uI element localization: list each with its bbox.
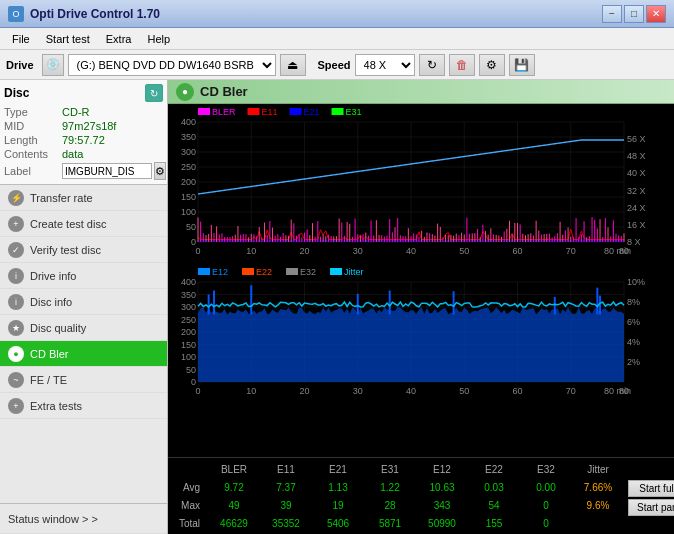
nav-icon-quality: ★ <box>8 320 24 336</box>
erase-button[interactable]: 🗑 <box>449 54 475 76</box>
stats-total-row: Total 46629 35352 5406 5871 50990 155 0 <box>168 514 624 532</box>
nav-drive-info[interactable]: i Drive info <box>0 263 167 289</box>
disc-label-label: Label <box>4 165 62 177</box>
drive-icon[interactable]: 💿 <box>42 54 64 76</box>
stats-max-row: Max 49 39 19 28 343 54 0 9.6% <box>168 496 624 514</box>
content-area: ● CD Bler BLER E11 E21 E31 E12 E22 E32 J… <box>168 80 674 534</box>
nav-label-verify: Verify test disc <box>30 244 101 256</box>
settings-button[interactable]: ⚙ <box>479 54 505 76</box>
total-e21: 5406 <box>312 518 364 529</box>
upper-chart <box>168 104 674 264</box>
menu-start-test[interactable]: Start test <box>38 31 98 47</box>
main-layout: Disc ↻ Type CD-R MID 97m27s18f Length 79… <box>0 80 674 534</box>
avg-jitter: 7.66% <box>572 482 624 493</box>
disc-type-value: CD-R <box>62 106 90 118</box>
close-button[interactable]: ✕ <box>646 5 666 23</box>
col-e22: E22 <box>468 464 520 475</box>
nav-icon-disc-info: i <box>8 294 24 310</box>
max-bler: 49 <box>208 500 260 511</box>
menu-extra[interactable]: Extra <box>98 31 140 47</box>
nav-items: ⚡ Transfer rate + Create test disc ✓ Ver… <box>0 185 167 503</box>
disc-length-label: Length <box>4 134 62 146</box>
disc-refresh-button[interactable]: ↻ <box>145 84 163 102</box>
disc-type-label: Type <box>4 106 62 118</box>
nav-label-fete: FE / TE <box>30 374 67 386</box>
stats-total-label: Total <box>168 518 208 529</box>
avg-e12: 10.63 <box>416 482 468 493</box>
avg-e11: 7.37 <box>260 482 312 493</box>
window-controls: − □ ✕ <box>602 5 666 23</box>
bler-icon: ● <box>176 83 194 101</box>
save-button[interactable]: 💾 <box>509 54 535 76</box>
col-e32: E32 <box>520 464 572 475</box>
minimize-button[interactable]: − <box>602 5 622 23</box>
eject-button[interactable]: ⏏ <box>280 54 306 76</box>
nav-icon-extra: + <box>8 398 24 414</box>
status-window-label: Status window > > <box>8 513 98 525</box>
avg-e21: 1.13 <box>312 482 364 493</box>
disc-label-input[interactable] <box>62 163 152 179</box>
nav-create-disc[interactable]: + Create test disc <box>0 211 167 237</box>
nav-verify-disc[interactable]: ✓ Verify test disc <box>0 237 167 263</box>
nav-icon-fete: ~ <box>8 372 24 388</box>
nav-icon-bler: ● <box>8 346 24 362</box>
col-e21: E21 <box>312 464 364 475</box>
disc-section-title: Disc <box>4 86 29 100</box>
menu-help[interactable]: Help <box>139 31 178 47</box>
avg-bler: 9.72 <box>208 482 260 493</box>
max-e21: 19 <box>312 500 364 511</box>
sidebar: Disc ↻ Type CD-R MID 97m27s18f Length 79… <box>0 80 168 534</box>
nav-fe-te[interactable]: ~ FE / TE <box>0 367 167 393</box>
nav-icon-create: + <box>8 216 24 232</box>
speed-select[interactable]: 48 X <box>355 54 415 76</box>
nav-transfer-rate[interactable]: ⚡ Transfer rate <box>0 185 167 211</box>
stats-avg-row: Avg 9.72 7.37 1.13 1.22 10.63 0.03 0.00 … <box>168 478 624 496</box>
charts-container <box>168 104 674 457</box>
nav-disc-info[interactable]: i Disc info <box>0 289 167 315</box>
nav-icon-transfer: ⚡ <box>8 190 24 206</box>
status-section: Status window > > <box>0 503 167 534</box>
disc-length-value: 79:57.72 <box>62 134 105 146</box>
nav-extra[interactable]: + Extra tests <box>0 393 167 419</box>
menu-bar: File Start test Extra Help <box>0 28 674 50</box>
status-window-button[interactable]: Status window > > <box>0 504 167 534</box>
nav-label-bler: CD Bler <box>30 348 69 360</box>
avg-e31: 1.22 <box>364 482 416 493</box>
menu-file[interactable]: File <box>4 31 38 47</box>
nav-label-disc-info: Disc info <box>30 296 72 308</box>
avg-e22: 0.03 <box>468 482 520 493</box>
max-e22: 54 <box>468 500 520 511</box>
start-part-button[interactable]: Start part <box>628 499 674 516</box>
nav-label-drive: Drive info <box>30 270 76 282</box>
max-e31: 28 <box>364 500 416 511</box>
lower-chart <box>168 264 674 404</box>
bler-title: CD Bler <box>200 84 248 99</box>
nav-label-transfer: Transfer rate <box>30 192 93 204</box>
nav-cd-bler[interactable]: ● CD Bler <box>0 341 167 367</box>
app-title: Opti Drive Control 1.70 <box>30 7 160 21</box>
total-e12: 50990 <box>416 518 468 529</box>
app-icon: O <box>8 6 24 22</box>
nav-label-extra: Extra tests <box>30 400 82 412</box>
total-e11: 35352 <box>260 518 312 529</box>
nav-disc-quality[interactable]: ★ Disc quality <box>0 315 167 341</box>
drive-toolbar: Drive 💿 (G:) BENQ DVD DD DW1640 BSRB ⏏ S… <box>0 50 674 80</box>
stats-rows: Avg 9.72 7.37 1.13 1.22 10.63 0.03 0.00 … <box>168 478 624 532</box>
max-e11: 39 <box>260 500 312 511</box>
disc-mid-value: 97m27s18f <box>62 120 116 132</box>
disc-label-button[interactable]: ⚙ <box>154 162 166 180</box>
col-jitter: Jitter <box>572 464 624 475</box>
drive-select[interactable]: (G:) BENQ DVD DD DW1640 BSRB <box>68 54 276 76</box>
maximize-button[interactable]: □ <box>624 5 644 23</box>
stats-data-area: Avg 9.72 7.37 1.13 1.22 10.63 0.03 0.00 … <box>168 478 674 532</box>
total-e22: 155 <box>468 518 520 529</box>
drive-label: Drive <box>6 59 34 71</box>
avg-e32: 0.00 <box>520 482 572 493</box>
speed-label: Speed <box>318 59 351 71</box>
nav-icon-drive: i <box>8 268 24 284</box>
col-e12: E12 <box>416 464 468 475</box>
refresh-button[interactable]: ↻ <box>419 54 445 76</box>
start-full-button[interactable]: Start full <box>628 480 674 497</box>
bler-header: ● CD Bler <box>168 80 674 104</box>
max-e32: 0 <box>520 500 572 511</box>
